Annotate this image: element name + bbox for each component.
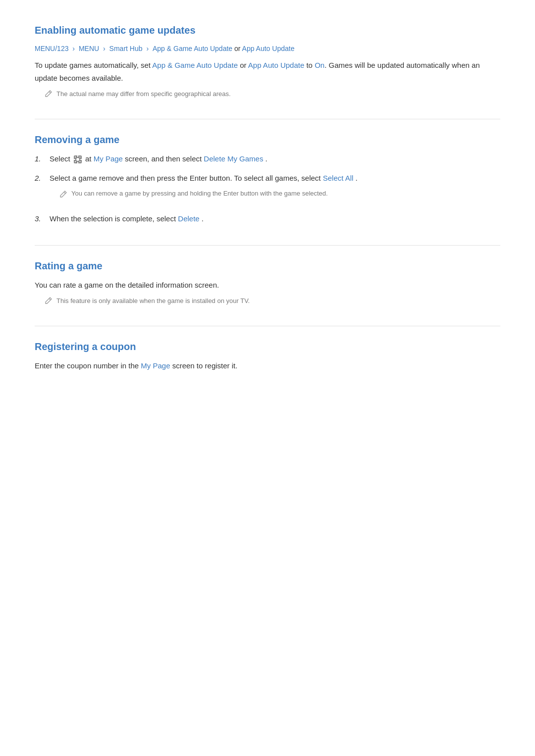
svg-rect-2 — [77, 155, 78, 157]
divider-1 — [35, 119, 500, 119]
breadcrumb-sep-1: › — [72, 45, 77, 52]
breadcrumb-app-game-auto-update: App & Game Auto Update — [153, 45, 232, 52]
step-1-text-before: Select — [50, 154, 72, 163]
step-number-2: 2. — [35, 172, 45, 185]
step-2-text-end: . — [356, 174, 358, 182]
step-3-text: When the selection is complete, select — [50, 214, 178, 223]
link-select-all: Select All — [323, 174, 354, 182]
section-removing-game: Removing a game 1. Select — [35, 134, 500, 225]
step-2-text: Select a game remove and then press the … — [50, 174, 323, 182]
enabling-body-text: To update games automatically, set App &… — [35, 59, 500, 84]
divider-3 — [35, 326, 500, 326]
step-1-text-mid: screen, and then select — [125, 154, 204, 163]
breadcrumb-or: or — [234, 45, 242, 52]
step-1-text-at: at — [85, 154, 94, 163]
pencil-icon — [59, 189, 67, 202]
step-number-1: 1. — [35, 152, 45, 165]
step-2-note-text: You can remove a game by pressing and ho… — [71, 189, 328, 199]
breadcrumb-sep-3: › — [146, 45, 151, 52]
breadcrumb-menu: MENU — [79, 45, 99, 52]
coupon-text-end: screen to register it. — [170, 361, 238, 370]
list-item: 1. Select — [35, 152, 500, 165]
section-title-coupon: Registering a coupon — [35, 341, 500, 353]
link-app-auto-update: App Auto Update — [248, 61, 304, 69]
pencil-icon — [45, 297, 53, 306]
rating-note-text: This feature is only available when the … — [56, 296, 250, 306]
step-2-note: You can remove a game by pressing and ho… — [59, 189, 500, 202]
svg-rect-5 — [80, 159, 82, 160]
step-1-content: Select at M — [50, 152, 500, 165]
rating-body-text: You can rate a game on the detailed info… — [35, 279, 500, 292]
section-registering-coupon: Registering a coupon Enter the coupon nu… — [35, 341, 500, 372]
svg-rect-3 — [77, 162, 78, 163]
coupon-text-before: Enter the coupon number in the — [35, 361, 141, 370]
breadcrumb: MENU/123 › MENU › Smart Hub › App & Game… — [35, 43, 500, 54]
list-item: 2. Select a game remove and then press t… — [35, 172, 500, 205]
pencil-icon — [45, 90, 53, 98]
step-3-content: When the selection is complete, select D… — [50, 212, 500, 225]
section-title-removing: Removing a game — [35, 134, 500, 146]
link-on: On — [315, 61, 324, 69]
step-2-content: Select a game remove and then press the … — [50, 172, 500, 205]
list-item: 3. When the selection is complete, selec… — [35, 212, 500, 225]
step-1-text-end: . — [266, 154, 268, 163]
svg-point-1 — [76, 158, 79, 161]
breadcrumb-smarthub: Smart Hub — [109, 45, 143, 52]
removing-steps-list: 1. Select — [35, 152, 500, 225]
section-title-enabling: Enabling automatic game updates — [35, 25, 500, 36]
step-3-text-end: . — [202, 214, 204, 223]
breadcrumb-sep-2: › — [103, 45, 107, 52]
link-app-game-auto-update: App & Game Auto Update — [152, 61, 238, 69]
coupon-body-text: Enter the coupon number in the My Page s… — [35, 359, 500, 372]
section-rating-game: Rating a game You can rate a game on the… — [35, 260, 500, 306]
step-number-3: 3. — [35, 212, 45, 225]
divider-2 — [35, 245, 500, 246]
breadcrumb-menu123: MENU/123 — [35, 45, 68, 52]
enabling-note-text: The actual name may differ from specific… — [56, 89, 231, 99]
link-delete: Delete — [178, 214, 199, 223]
svg-rect-4 — [74, 159, 75, 160]
gear-icon — [73, 155, 82, 164]
enabling-note: The actual name may differ from specific… — [45, 89, 500, 99]
link-my-page-step1: My Page — [94, 154, 123, 163]
section-title-rating: Rating a game — [35, 260, 500, 272]
rating-note: This feature is only available when the … — [45, 296, 500, 306]
breadcrumb-app-auto-update: App Auto Update — [242, 45, 295, 52]
section-enabling-auto-updates: Enabling automatic game updates MENU/123… — [35, 25, 500, 99]
link-my-page-coupon: My Page — [141, 361, 170, 370]
link-delete-my-games: Delete My Games — [204, 154, 263, 163]
